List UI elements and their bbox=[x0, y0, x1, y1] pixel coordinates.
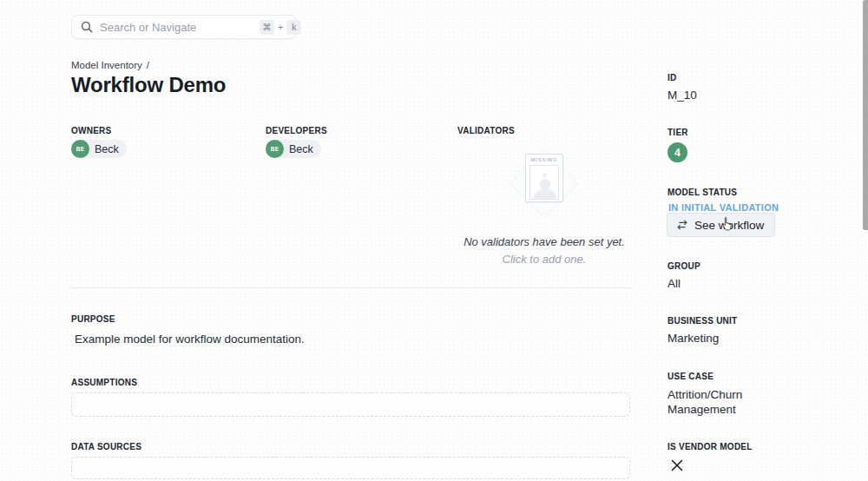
owner-avatar: BE bbox=[71, 140, 89, 158]
shortcut-plus: + bbox=[278, 22, 283, 32]
business-unit-value: Marketing bbox=[667, 332, 719, 345]
question-mark-glyph: ? bbox=[530, 172, 558, 180]
data-sources-input[interactable] bbox=[71, 457, 630, 479]
is-vendor-model-label: IS VENDOR MODEL bbox=[667, 442, 753, 451]
purpose-value[interactable]: Example model for workflow documentation… bbox=[75, 333, 561, 346]
developer-avatar: BE bbox=[266, 140, 284, 158]
group-value: All bbox=[667, 277, 681, 290]
group-label: GROUP bbox=[667, 261, 700, 271]
model-status-label: MODEL STATUS bbox=[667, 188, 737, 197]
missing-validator-illustration: MISSING ? bbox=[457, 148, 631, 228]
page-title: Workflow Demo bbox=[71, 73, 226, 97]
breadcrumb-separator: / bbox=[147, 60, 149, 70]
use-case-value: Attrition/Churn Management bbox=[667, 387, 772, 417]
missing-poster-title: MISSING bbox=[526, 157, 562, 162]
assumptions-input[interactable] bbox=[71, 392, 630, 417]
k-key-badge: k bbox=[286, 20, 301, 35]
search-shortcut: ⌘ + k bbox=[260, 20, 301, 35]
search-icon bbox=[81, 21, 93, 33]
validators-empty-state[interactable]: MISSING ? No validators have been set ye… bbox=[457, 142, 631, 266]
business-unit-label: BUSINESS UNIT bbox=[667, 316, 737, 326]
use-case-label: USE CASE bbox=[667, 372, 713, 381]
tier-label: TIER bbox=[667, 128, 688, 137]
missing-poster: MISSING ? bbox=[525, 154, 563, 202]
developer-name: Beck bbox=[289, 143, 313, 155]
tier-badge: 4 bbox=[667, 142, 687, 162]
owner-chip[interactable]: BE Beck bbox=[71, 140, 127, 158]
breadcrumb-model-inventory[interactable]: Model Inventory bbox=[71, 60, 142, 70]
validators-label: VALIDATORS bbox=[457, 126, 515, 135]
swap-arrows-icon bbox=[676, 219, 688, 231]
validators-empty-message: No validators have been set yet. bbox=[457, 235, 631, 248]
section-divider bbox=[71, 287, 630, 288]
owners-label: OWNERS bbox=[71, 126, 112, 135]
search-bar[interactable]: ⌘ + k bbox=[71, 15, 297, 39]
model-status-value: IN INITIAL VALIDATION bbox=[668, 202, 779, 213]
purpose-label: PURPOSE bbox=[71, 314, 115, 324]
breadcrumb: Model Inventory / bbox=[71, 60, 149, 70]
id-value: M_10 bbox=[667, 89, 697, 102]
vertical-scrollbar-thumb[interactable] bbox=[863, 0, 868, 230]
developer-chip[interactable]: BE Beck bbox=[266, 140, 321, 158]
developers-label: DEVELOPERS bbox=[266, 126, 327, 135]
search-input[interactable] bbox=[100, 21, 253, 34]
see-workflow-button[interactable]: See workflow bbox=[667, 213, 775, 237]
missing-poster-frame: ? bbox=[529, 165, 559, 200]
cmd-key-badge: ⌘ bbox=[260, 20, 274, 35]
id-label: ID bbox=[667, 73, 677, 82]
assumptions-label: ASSUMPTIONS bbox=[71, 378, 137, 387]
data-sources-label: DATA SOURCES bbox=[71, 442, 141, 451]
validators-add-hint[interactable]: Click to add one. bbox=[457, 253, 631, 266]
owner-name: Beck bbox=[95, 143, 119, 155]
see-workflow-label: See workflow bbox=[694, 219, 764, 232]
vendor-model-cross-icon bbox=[670, 458, 684, 472]
